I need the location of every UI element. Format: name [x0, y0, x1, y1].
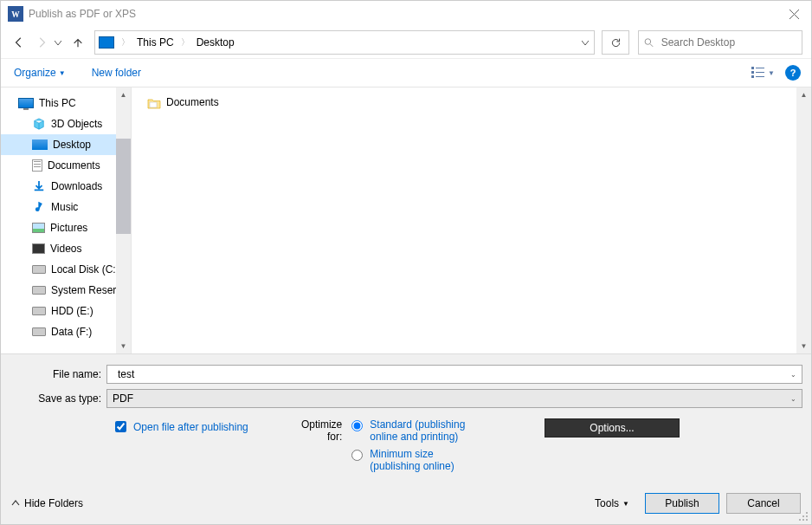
radio-minimum-input[interactable] — [351, 450, 363, 461]
tree-thispc[interactable]: This PC — [1, 93, 131, 113]
svg-point-2 — [645, 38, 651, 44]
tree-pictures[interactable]: Pictures — [1, 217, 131, 238]
tree-3dobjects[interactable]: 3D Objects — [1, 113, 131, 134]
save-panel: File name: ⌄ Save as type: PDF ⌄ Open fi… — [1, 353, 811, 484]
tools-menu[interactable]: Tools ▼ — [595, 497, 629, 509]
chevron-down-icon[interactable]: ⌄ — [785, 395, 796, 403]
search-input[interactable] — [660, 36, 796, 49]
command-bar: Organize▼ New folder ▼ ? — [1, 58, 811, 88]
navigation-tree: This PC 3D Objects Desktop Documents Dow… — [1, 88, 131, 353]
file-item-documents[interactable]: Documents — [147, 93, 796, 112]
tree-label: Videos — [50, 243, 81, 255]
help-button[interactable]: ? — [785, 65, 801, 81]
svg-text:W: W — [11, 10, 20, 19]
download-icon — [32, 179, 46, 193]
new-folder-button[interactable]: New folder — [89, 63, 144, 82]
svg-point-11 — [802, 515, 804, 517]
options-button[interactable]: Options... — [545, 418, 680, 438]
up-button[interactable] — [68, 36, 87, 49]
organize-menu[interactable]: Organize▼ — [11, 63, 68, 82]
hide-folders-toggle[interactable]: Hide Folders — [11, 497, 83, 509]
tree-label: Desktop — [53, 139, 91, 151]
filename-input[interactable] — [113, 366, 796, 383]
history-dropdown-icon[interactable] — [55, 36, 65, 49]
optimize-minimum-radio[interactable]: Minimum size (publishing online) — [347, 448, 484, 472]
tree-documents[interactable]: Documents — [1, 155, 131, 176]
scroll-up-icon[interactable]: ▲ — [796, 88, 811, 102]
forward-button[interactable] — [32, 33, 51, 52]
saveastype-combo[interactable]: PDF ⌄ — [106, 389, 802, 408]
music-icon — [32, 200, 46, 214]
chevron-right-icon[interactable]: 〉 — [179, 36, 191, 49]
cube-icon — [32, 117, 46, 131]
svg-rect-4 — [751, 71, 754, 74]
filename-field-wrapper[interactable]: ⌄ — [106, 365, 802, 384]
search-icon — [644, 37, 654, 49]
file-list[interactable]: Documents ▲ ▼ — [132, 88, 811, 353]
svg-rect-8 — [756, 76, 764, 77]
chevron-up-icon — [11, 499, 20, 508]
tree-label: This PC — [39, 97, 76, 109]
tree-scrollbar[interactable]: ▲ ▼ — [116, 88, 131, 353]
tree-label: Music — [51, 201, 78, 213]
saveastype-value: PDF — [113, 392, 133, 405]
open-after-label: Open file after publishing — [133, 421, 248, 433]
chevron-down-icon[interactable]: ⌄ — [785, 371, 796, 379]
view-options-button[interactable]: ▼ — [751, 67, 775, 79]
tree-downloads[interactable]: Downloads — [1, 176, 131, 197]
chevron-right-icon[interactable]: 〉 — [119, 36, 132, 49]
radio-label: Minimum size (publishing online) — [370, 448, 484, 472]
pc-icon — [99, 36, 114, 49]
content-scrollbar[interactable]: ▲ ▼ — [796, 88, 811, 353]
tree-label: 3D Objects — [51, 118, 102, 130]
tree-hdd[interactable]: HDD (E:) — [1, 301, 131, 321]
drive-icon — [32, 265, 46, 274]
back-button[interactable] — [10, 33, 29, 52]
radio-standard-input[interactable] — [351, 420, 363, 431]
scroll-down-icon[interactable]: ▼ — [796, 339, 811, 353]
picture-icon — [32, 223, 45, 233]
tree-sysreserved[interactable]: System Reserved — [1, 280, 131, 301]
radio-label: Standard (publishing online and printing… — [370, 418, 484, 443]
scroll-up-icon[interactable]: ▲ — [116, 88, 131, 102]
address-dropdown-icon[interactable] — [577, 36, 594, 49]
refresh-button[interactable] — [602, 30, 629, 55]
svg-point-13 — [799, 519, 801, 521]
breadcrumb-thispc[interactable]: This PC — [133, 36, 177, 49]
breadcrumb-desktop[interactable]: Desktop — [193, 36, 238, 49]
folder-icon — [147, 97, 161, 107]
tree-label: Data (F:) — [51, 326, 92, 338]
title-bar: W Publish as PDF or XPS — [1, 1, 811, 27]
tree-desktop[interactable]: Desktop — [1, 134, 131, 155]
drive-icon — [32, 286, 46, 295]
window-title: Publish as PDF or XPS — [29, 8, 777, 20]
optimize-standard-radio[interactable]: Standard (publishing online and printing… — [347, 418, 484, 443]
scroll-thumb[interactable] — [116, 139, 131, 234]
resize-grip[interactable] — [798, 511, 809, 522]
open-after-checkbox-input[interactable] — [115, 421, 126, 432]
svg-rect-7 — [756, 72, 764, 73]
tools-label: Tools — [595, 497, 619, 509]
open-after-publish-checkbox[interactable]: Open file after publishing — [112, 418, 285, 435]
tree-label: HDD (E:) — [51, 305, 93, 317]
publish-button[interactable]: Publish — [645, 493, 719, 514]
svg-rect-6 — [756, 68, 764, 68]
saveastype-label: Save as type: — [10, 392, 106, 405]
search-box[interactable] — [638, 30, 802, 55]
tree-localdisk[interactable]: Local Disk (C:) — [1, 259, 131, 280]
address-bar[interactable]: 〉 This PC 〉 Desktop — [94, 30, 595, 55]
word-app-icon: W — [8, 6, 23, 22]
tree-data[interactable]: Data (F:) — [1, 321, 131, 342]
tree-videos[interactable]: Videos — [1, 238, 131, 259]
scroll-down-icon[interactable]: ▼ — [116, 339, 131, 353]
tree-label: Documents — [48, 159, 100, 172]
filename-label: File name: — [10, 368, 106, 380]
chevron-down-icon: ▼ — [622, 500, 629, 508]
tree-music[interactable]: Music — [1, 197, 131, 217]
svg-rect-9 — [150, 102, 157, 107]
close-button[interactable] — [777, 1, 811, 27]
desktop-icon — [32, 139, 48, 150]
tree-label: Pictures — [50, 222, 87, 234]
svg-point-15 — [806, 519, 808, 521]
cancel-button[interactable]: Cancel — [726, 493, 801, 514]
